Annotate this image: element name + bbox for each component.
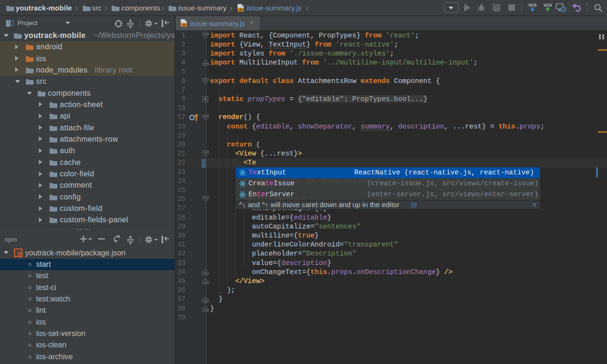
svg-text:VCS: VCS xyxy=(543,3,552,8)
svg-text:JS: JS xyxy=(182,23,186,27)
svg-text:VCS: VCS xyxy=(528,3,537,8)
svg-text:JS: JS xyxy=(239,8,243,11)
